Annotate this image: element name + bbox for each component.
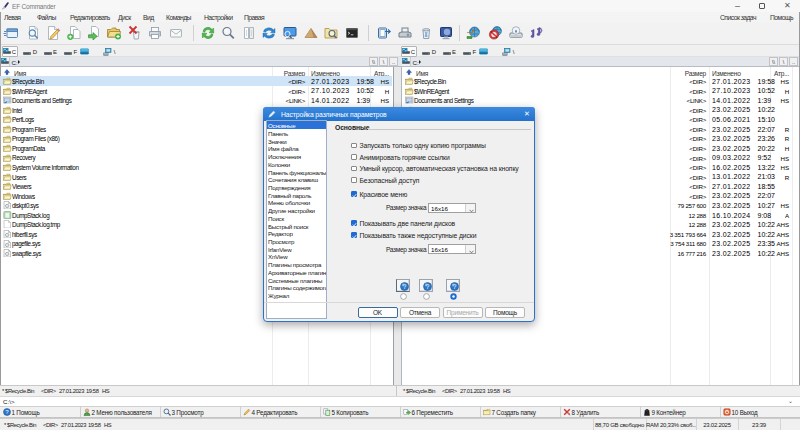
svg-text:?: ? <box>425 283 429 290</box>
svg-text:?: ? <box>5 409 8 415</box>
svg-text:?: ? <box>402 283 406 290</box>
svg-text:?: ? <box>452 283 456 290</box>
